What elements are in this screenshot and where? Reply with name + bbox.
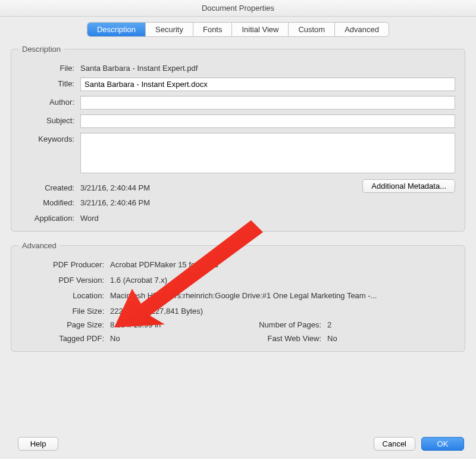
modified-label: Modified: — [21, 196, 80, 207]
description-legend: Description — [18, 45, 64, 54]
keywords-label: Keywords: — [21, 133, 80, 143]
description-group: Description File: Santa Barbara - Instan… — [11, 45, 465, 232]
fast-web-view-label: Fast Web View: — [238, 334, 327, 343]
modified-value: 3/21/16, 2:40:46 PM — [80, 196, 150, 207]
num-pages-label: Number of Pages: — [238, 320, 327, 329]
dialog-button-bar: Help Cancel OK — [12, 437, 464, 451]
fast-web-view-value: No — [327, 334, 337, 343]
application-label: Application: — [21, 212, 80, 223]
page-size-value: 8.50 x 10.99 in — [110, 320, 161, 329]
file-size-label: File Size: — [21, 305, 110, 316]
title-label: Title: — [21, 77, 80, 88]
created-value: 3/21/16, 2:40:44 PM — [80, 182, 150, 192]
file-label: File: — [21, 62, 80, 73]
application-value: Word — [80, 212, 99, 223]
pdf-version-label: PDF Version: — [21, 274, 110, 285]
subject-input[interactable] — [80, 114, 455, 128]
tab-security[interactable]: Security — [145, 23, 193, 36]
ok-button[interactable]: OK — [421, 437, 464, 451]
tagged-pdf-label: Tagged PDF: — [21, 334, 110, 343]
title-input[interactable] — [80, 77, 455, 91]
pdf-producer-label: PDF Producer: — [21, 258, 110, 269]
page-size-label: Page Size: — [21, 320, 110, 329]
tab-fonts[interactable]: Fonts — [193, 23, 232, 36]
advanced-group: Advanced PDF Producer: Acrobat PDFMaker … — [11, 241, 465, 352]
cancel-button[interactable]: Cancel — [374, 437, 415, 451]
keywords-input[interactable] — [80, 133, 455, 173]
pdf-producer-value: Acrobat PDFMaker 15 for Word — [110, 258, 218, 269]
tab-advanced[interactable]: Advanced — [334, 23, 389, 36]
tab-bar: Description Security Fonts Initial View … — [0, 17, 476, 45]
file-value: Santa Barbara - Instant Expert.pdf — [80, 62, 198, 73]
location-label: Location: — [21, 289, 110, 300]
help-button[interactable]: Help — [18, 437, 58, 451]
window-title: Document Properties — [0, 0, 476, 17]
subject-label: Subject: — [21, 114, 80, 125]
pdf-version-value: 1.6 (Acrobat 7.x) — [110, 274, 167, 285]
created-label: Created: — [21, 182, 80, 192]
file-size-value: 222.50 KB (227,841 Bytes) — [110, 305, 203, 316]
tab-custom[interactable]: Custom — [288, 23, 334, 36]
tab-initial-view[interactable]: Initial View — [231, 23, 288, 36]
additional-metadata-button[interactable]: Additional Metadata... — [362, 179, 455, 193]
author-input[interactable] — [80, 96, 455, 110]
location-value: Macintosh HD:Users:rheinrich:Google Driv… — [110, 289, 377, 300]
tagged-pdf-value: No — [110, 334, 120, 343]
num-pages-value: 2 — [327, 320, 331, 329]
author-label: Author: — [21, 96, 80, 107]
tab-description[interactable]: Description — [87, 23, 145, 36]
advanced-legend: Advanced — [18, 241, 60, 250]
